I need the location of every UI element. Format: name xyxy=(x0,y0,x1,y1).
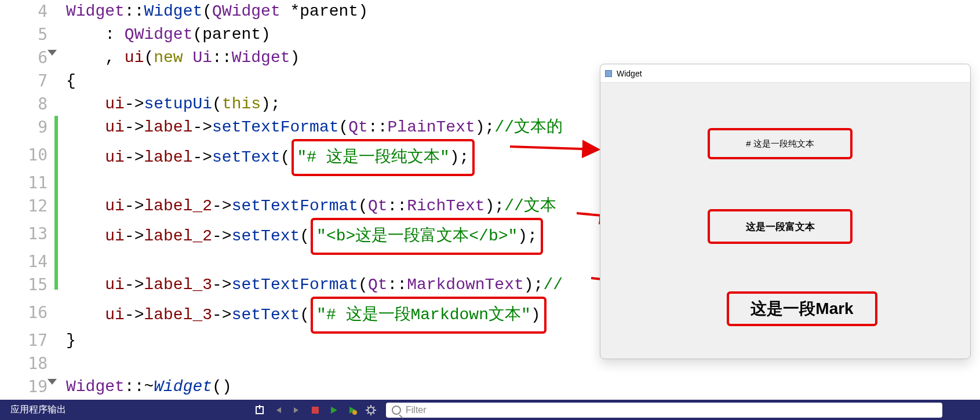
gutter: 7 xyxy=(0,70,53,94)
run-button[interactable] xyxy=(325,400,343,420)
svg-line-16 xyxy=(367,407,369,408)
gutter: 9 xyxy=(0,116,53,140)
preview-window[interactable]: Widget # 这是一段纯文本 这是一段富文本 这是一段Mark xyxy=(600,64,971,359)
code-line[interactable]: 5 : QWidget(parent) xyxy=(0,23,980,46)
window-icon xyxy=(605,70,612,77)
svg-line-19 xyxy=(373,407,374,408)
svg-rect-7 xyxy=(312,407,319,414)
output-toolbar: 应用程序输出 Filter xyxy=(0,400,980,420)
gutter: 8 xyxy=(0,93,53,117)
label-richtext: 这是一段富文本 xyxy=(708,209,853,244)
svg-line-17 xyxy=(373,412,374,414)
gutter: 14 xyxy=(0,250,53,275)
label-markdown: 这是一段Mark xyxy=(727,291,877,326)
prev-button[interactable] xyxy=(269,400,287,420)
gutter: 15 xyxy=(0,273,53,298)
svg-marker-8 xyxy=(331,407,337,414)
gutter: 5 xyxy=(0,23,53,48)
window-title: Widget xyxy=(617,69,642,78)
next-button[interactable] xyxy=(287,400,306,420)
svg-line-18 xyxy=(367,412,369,414)
fold-icon[interactable] xyxy=(48,50,57,56)
attach-button[interactable] xyxy=(250,400,269,420)
change-marker xyxy=(54,116,58,290)
highlight-box: "<b>这是一段富文本</b>"); xyxy=(311,218,543,255)
gutter: 19 xyxy=(0,375,53,400)
gutter: 12 xyxy=(0,195,53,219)
svg-point-10 xyxy=(352,410,357,415)
filter-input[interactable]: Filter xyxy=(386,403,942,418)
svg-marker-6 xyxy=(294,407,298,413)
code-line[interactable]: 4 Widget::Widget(QWidget *parent) xyxy=(0,0,980,23)
gutter: 18 xyxy=(0,352,53,377)
code-line[interactable]: 19 Widget::~Widget() xyxy=(0,375,980,399)
settings-button[interactable] xyxy=(362,400,380,420)
debug-button[interactable] xyxy=(343,400,362,420)
svg-marker-5 xyxy=(276,407,281,413)
gutter: 6 xyxy=(0,46,53,71)
highlight-box: "# 这是一段Markdown文本") xyxy=(311,297,546,334)
output-panel-title[interactable]: 应用程序输出 xyxy=(0,404,76,416)
search-icon xyxy=(392,406,401,415)
gutter: 17 xyxy=(0,329,53,353)
window-titlebar[interactable]: Widget xyxy=(600,64,970,83)
gutter: 11 xyxy=(0,171,53,196)
highlight-box: "# 这是一段纯文本"); xyxy=(292,139,475,176)
filter-placeholder: Filter xyxy=(406,405,427,415)
label-plaintext: # 这是一段纯文本 xyxy=(708,128,853,159)
gutter: 16 xyxy=(0,297,53,330)
gutter: 4 xyxy=(0,0,53,24)
gutter: 13 xyxy=(0,218,53,251)
fold-icon[interactable] xyxy=(48,379,57,385)
svg-point-11 xyxy=(368,407,374,413)
gutter: 10 xyxy=(0,139,53,173)
stop-button[interactable] xyxy=(306,400,325,420)
